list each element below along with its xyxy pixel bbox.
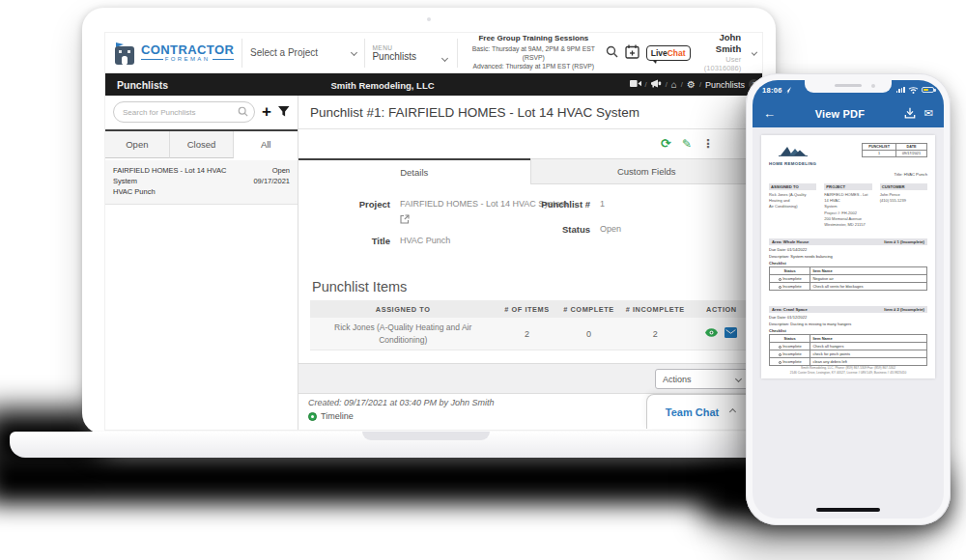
list-item-status: Open xyxy=(253,166,290,177)
tab-closed[interactable]: Closed xyxy=(170,131,235,158)
home-button[interactable]: ⌂ xyxy=(671,80,677,90)
home-indicator[interactable] xyxy=(816,508,880,512)
logo-word-contractor: CONTRACTOR xyxy=(141,43,234,56)
laptop-base xyxy=(10,432,842,458)
cell-of-items: 2 xyxy=(496,329,557,339)
meta-col-punchlist: PUNCHLIST xyxy=(863,144,896,151)
checkbox-icon xyxy=(779,353,781,356)
search-button[interactable] xyxy=(606,45,618,60)
open-project-link[interactable] xyxy=(400,214,410,226)
chevron-down-icon xyxy=(351,49,357,56)
chevron-down-icon xyxy=(735,376,742,382)
project-selector[interactable]: Select a Project xyxy=(250,47,356,58)
email-button[interactable] xyxy=(724,327,737,340)
cell-assigned-to: Rick Jones (A-Quality Heating and Air Co… xyxy=(310,319,496,350)
pdf-section-crawl-space: Area: Crawl Space Item # 2 (Incomplete) … xyxy=(769,306,927,366)
settings-button[interactable]: ⚙ xyxy=(687,80,696,90)
cell-complete: 0 xyxy=(557,329,619,339)
gear-icon: ⚙ xyxy=(687,79,696,90)
menu-label: MENU xyxy=(372,44,449,51)
timeline-toggle[interactable]: Timeline xyxy=(308,411,354,421)
tab-open[interactable]: Open xyxy=(105,131,170,158)
laptop-base-notch xyxy=(362,432,490,440)
project-selector-value: Select a Project xyxy=(250,47,352,58)
livechat-chat: Chat xyxy=(668,48,686,58)
envelope-icon xyxy=(724,327,737,338)
filter-button[interactable] xyxy=(278,106,290,119)
breadcrumb-slash: / xyxy=(699,80,701,89)
details-panel: Project FAIRFIELD HOMES - Lot 14 HVAC Sy… xyxy=(298,184,762,277)
col-incomplete: # INCOMPLETE xyxy=(620,305,691,314)
home-icon: ⌂ xyxy=(671,79,677,90)
punchlist-detail: Punchlist #1: FAIRFIELD HOMES - Lot 14 H… xyxy=(298,96,762,430)
refresh-button[interactable]: ⟳ xyxy=(661,137,671,150)
location-arrow-icon xyxy=(784,87,791,94)
user-id: User (10316086) xyxy=(703,55,742,73)
view-items-button[interactable] xyxy=(705,328,718,339)
pencil-icon: ✎ xyxy=(682,137,692,151)
punchlist-no-value: 1 xyxy=(600,199,605,209)
announcements-button[interactable] xyxy=(651,79,662,90)
laptop-frame: CONTRACTOR FOREMAN Select a Project MENU… xyxy=(82,8,776,434)
mountains-icon xyxy=(779,144,808,156)
list-item-subtitle: HVAC Punch xyxy=(113,187,237,198)
module-title: Punchlists xyxy=(117,79,168,91)
breadcrumb-current[interactable]: Punchlists xyxy=(705,80,745,90)
col-of-items: # OF ITEMS xyxy=(496,305,557,314)
app-window: CONTRACTOR FOREMAN Select a Project MENU… xyxy=(105,33,762,430)
tab-custom-fields[interactable]: Custom Fields xyxy=(530,158,763,184)
chevron-up-icon xyxy=(729,408,736,415)
phone-screen: 18:06 xyxy=(753,80,944,518)
back-arrow-icon: ← xyxy=(763,106,776,121)
checkbox-icon xyxy=(779,286,781,289)
livechat-live: Live xyxy=(651,48,668,58)
pdf-document: HOME REMODELING PUNCHLIST DATE 1 09/17/2… xyxy=(761,135,935,378)
pdf-checklist-table: Status Item Name Incomplete Check all ha… xyxy=(769,334,927,366)
actions-dropdown[interactable]: Actions xyxy=(655,369,749,389)
send-email-button[interactable]: ✉ xyxy=(924,108,933,119)
search-input[interactable] xyxy=(113,101,255,123)
download-button[interactable] xyxy=(904,105,916,123)
menu-selector[interactable]: MENU Punchlists xyxy=(372,44,449,62)
meta-col-date: DATE xyxy=(895,144,926,151)
title-value: HVAC Punch xyxy=(400,236,450,245)
company-name: Smith Remodeling, LLC xyxy=(330,80,434,91)
webcam-dot xyxy=(427,17,431,21)
phone-top-bar: 18:06 xyxy=(753,80,944,127)
livechat-button[interactable]: LiveChat xyxy=(646,45,691,61)
team-chat-button[interactable]: Team Chat xyxy=(646,394,754,429)
tab-details[interactable]: Details xyxy=(298,158,530,184)
download-icon xyxy=(904,107,916,119)
megaphone-icon xyxy=(651,79,662,88)
col-complete: # COMPLETE xyxy=(557,305,619,314)
title-label: Title xyxy=(308,236,390,246)
actions-dropdown-value: Actions xyxy=(663,375,692,384)
building-icon xyxy=(113,42,136,65)
divider xyxy=(364,39,365,68)
punchlist-no-label: Punchlist # xyxy=(518,199,590,210)
external-link-icon xyxy=(400,214,410,224)
refresh-icon: ⟳ xyxy=(661,136,671,151)
edit-button[interactable]: ✎ xyxy=(682,138,692,150)
signal-icon xyxy=(896,87,905,94)
calendar-button[interactable] xyxy=(625,44,639,61)
more-options-button[interactable]: ⋮ xyxy=(702,138,714,150)
back-button[interactable]: ← xyxy=(763,107,776,120)
add-punchlist-button[interactable]: + xyxy=(262,104,271,120)
col-assigned-to: ASSIGNED TO xyxy=(310,305,496,314)
created-meta: Created: 09/17/2021 at 03:40 PM by John … xyxy=(308,398,495,407)
training-line-advanced: Advanced: Thursday at 1PM EST (RSVP) xyxy=(469,62,598,70)
video-button[interactable] xyxy=(630,79,641,90)
tab-all[interactable]: All xyxy=(234,131,298,158)
pdf-section-whole-house: Area: Whole House Item # 1 (Incomplete) … xyxy=(769,238,927,291)
search-icon xyxy=(606,45,618,58)
user-menu[interactable]: John Smith User (10316086) xyxy=(703,33,742,73)
list-item[interactable]: FAIRFIELD HOMES - Lot 14 HVAC System HVA… xyxy=(105,160,298,205)
pdf-assigned-to-block: ASSIGNED TO Rick Jones (A-Quality Heatin… xyxy=(769,183,816,228)
chevron-down-icon xyxy=(752,49,757,55)
meta-date-value: 09/17/2021 xyxy=(895,151,926,157)
cell-incomplete: 2 xyxy=(620,329,691,339)
training-line-basic: Basic: Thursday at 9AM, 2PM & 9PM EST (R… xyxy=(469,44,598,62)
phone-frame: 18:06 xyxy=(746,73,951,525)
video-camera-icon xyxy=(630,79,641,88)
